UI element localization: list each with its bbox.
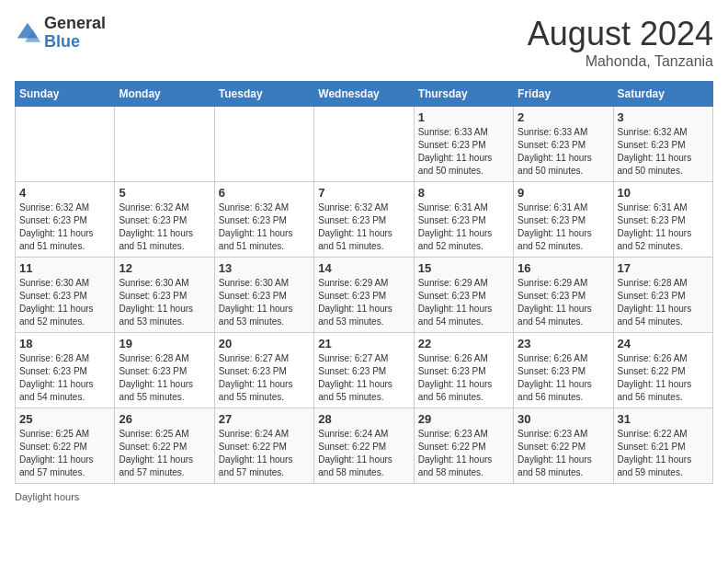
day-number: 15 bbox=[418, 261, 509, 275]
day-number: 10 bbox=[618, 186, 709, 200]
day-info: Sunrise: 6:26 AM Sunset: 6:22 PM Dayligh… bbox=[618, 352, 709, 404]
calendar-day-cell: 8Sunrise: 6:31 AM Sunset: 6:23 PM Daylig… bbox=[414, 182, 513, 258]
calendar-day-cell: 5Sunrise: 6:32 AM Sunset: 6:23 PM Daylig… bbox=[115, 182, 214, 258]
day-info: Sunrise: 6:23 AM Sunset: 6:22 PM Dayligh… bbox=[518, 428, 609, 479]
calendar-dow-thursday: Thursday bbox=[414, 82, 513, 107]
day-number: 30 bbox=[518, 412, 609, 426]
day-info: Sunrise: 6:32 AM Sunset: 6:23 PM Dayligh… bbox=[219, 201, 310, 253]
day-number: 8 bbox=[418, 186, 509, 200]
logo-text: General Blue bbox=[44, 15, 106, 52]
calendar-day-cell: 2Sunrise: 6:33 AM Sunset: 6:23 PM Daylig… bbox=[514, 107, 613, 182]
calendar-day-cell: 20Sunrise: 6:27 AM Sunset: 6:23 PM Dayli… bbox=[214, 333, 313, 408]
day-number: 14 bbox=[318, 261, 409, 275]
calendar-header-row: SundayMondayTuesdayWednesdayThursdayFrid… bbox=[16, 82, 713, 107]
day-number: 3 bbox=[618, 110, 709, 124]
calendar-day-cell bbox=[16, 107, 115, 182]
day-number: 17 bbox=[618, 261, 709, 275]
logo: General Blue bbox=[15, 15, 106, 52]
day-info: Sunrise: 6:23 AM Sunset: 6:22 PM Dayligh… bbox=[418, 428, 509, 479]
day-info: Sunrise: 6:31 AM Sunset: 6:23 PM Dayligh… bbox=[418, 201, 509, 253]
calendar-day-cell: 27Sunrise: 6:24 AM Sunset: 6:22 PM Dayli… bbox=[214, 408, 313, 484]
page-header: General Blue August 2024 Mahonda, Tanzan… bbox=[15, 15, 713, 70]
calendar-table: SundayMondayTuesdayWednesdayThursdayFrid… bbox=[15, 81, 713, 484]
daylight-hours-label: Daylight hours bbox=[15, 491, 79, 502]
calendar-day-cell: 19Sunrise: 6:28 AM Sunset: 6:23 PM Dayli… bbox=[115, 333, 214, 408]
day-info: Sunrise: 6:24 AM Sunset: 6:22 PM Dayligh… bbox=[219, 428, 310, 479]
calendar-week-row: 1Sunrise: 6:33 AM Sunset: 6:23 PM Daylig… bbox=[16, 107, 713, 182]
calendar-day-cell: 11Sunrise: 6:30 AM Sunset: 6:23 PM Dayli… bbox=[16, 258, 115, 333]
calendar-day-cell: 9Sunrise: 6:31 AM Sunset: 6:23 PM Daylig… bbox=[514, 182, 613, 258]
day-number: 22 bbox=[418, 337, 509, 350]
month-year-title: August 2024 bbox=[528, 15, 713, 53]
logo-blue-text: Blue bbox=[44, 33, 106, 52]
day-info: Sunrise: 6:31 AM Sunset: 6:23 PM Dayligh… bbox=[618, 201, 709, 253]
day-info: Sunrise: 6:29 AM Sunset: 6:23 PM Dayligh… bbox=[518, 277, 609, 328]
calendar-day-cell: 12Sunrise: 6:30 AM Sunset: 6:23 PM Dayli… bbox=[115, 258, 214, 333]
day-info: Sunrise: 6:25 AM Sunset: 6:22 PM Dayligh… bbox=[119, 428, 210, 479]
day-info: Sunrise: 6:29 AM Sunset: 6:23 PM Dayligh… bbox=[318, 277, 409, 328]
day-number: 18 bbox=[19, 337, 110, 350]
day-info: Sunrise: 6:29 AM Sunset: 6:23 PM Dayligh… bbox=[418, 277, 509, 328]
day-info: Sunrise: 6:32 AM Sunset: 6:23 PM Dayligh… bbox=[119, 201, 210, 253]
day-info: Sunrise: 6:28 AM Sunset: 6:23 PM Dayligh… bbox=[119, 352, 210, 404]
day-info: Sunrise: 6:33 AM Sunset: 6:23 PM Dayligh… bbox=[518, 126, 609, 178]
calendar-dow-tuesday: Tuesday bbox=[214, 82, 313, 107]
day-info: Sunrise: 6:28 AM Sunset: 6:23 PM Dayligh… bbox=[618, 277, 709, 328]
calendar-dow-saturday: Saturday bbox=[613, 82, 712, 107]
calendar-day-cell: 13Sunrise: 6:30 AM Sunset: 6:23 PM Dayli… bbox=[214, 258, 313, 333]
day-info: Sunrise: 6:31 AM Sunset: 6:23 PM Dayligh… bbox=[518, 201, 609, 253]
calendar-day-cell bbox=[214, 107, 313, 182]
calendar-day-cell: 4Sunrise: 6:32 AM Sunset: 6:23 PM Daylig… bbox=[16, 182, 115, 258]
calendar-dow-friday: Friday bbox=[514, 82, 613, 107]
day-number: 6 bbox=[219, 186, 310, 200]
day-number: 31 bbox=[618, 412, 709, 426]
calendar-day-cell: 29Sunrise: 6:23 AM Sunset: 6:22 PM Dayli… bbox=[414, 408, 513, 484]
day-number: 21 bbox=[318, 337, 409, 350]
day-info: Sunrise: 6:27 AM Sunset: 6:23 PM Dayligh… bbox=[219, 352, 310, 404]
calendar-day-cell: 15Sunrise: 6:29 AM Sunset: 6:23 PM Dayli… bbox=[414, 258, 513, 333]
calendar-dow-wednesday: Wednesday bbox=[314, 82, 414, 107]
day-number: 11 bbox=[19, 261, 110, 275]
calendar-week-row: 4Sunrise: 6:32 AM Sunset: 6:23 PM Daylig… bbox=[16, 182, 713, 258]
day-info: Sunrise: 6:32 AM Sunset: 6:23 PM Dayligh… bbox=[19, 201, 110, 253]
day-number: 19 bbox=[119, 337, 210, 350]
day-info: Sunrise: 6:24 AM Sunset: 6:22 PM Dayligh… bbox=[318, 428, 409, 479]
calendar-week-row: 11Sunrise: 6:30 AM Sunset: 6:23 PM Dayli… bbox=[16, 258, 713, 333]
day-info: Sunrise: 6:30 AM Sunset: 6:23 PM Dayligh… bbox=[119, 277, 210, 328]
calendar-day-cell: 10Sunrise: 6:31 AM Sunset: 6:23 PM Dayli… bbox=[613, 182, 712, 258]
location-subtitle: Mahonda, Tanzania bbox=[528, 53, 713, 70]
day-info: Sunrise: 6:26 AM Sunset: 6:23 PM Dayligh… bbox=[518, 352, 609, 404]
day-number: 24 bbox=[618, 337, 709, 350]
day-info: Sunrise: 6:28 AM Sunset: 6:23 PM Dayligh… bbox=[19, 352, 110, 404]
day-number: 9 bbox=[518, 186, 609, 200]
calendar-day-cell: 25Sunrise: 6:25 AM Sunset: 6:22 PM Dayli… bbox=[16, 408, 115, 484]
logo-icon bbox=[15, 20, 40, 46]
day-number: 28 bbox=[318, 412, 409, 426]
calendar-day-cell: 18Sunrise: 6:28 AM Sunset: 6:23 PM Dayli… bbox=[16, 333, 115, 408]
calendar-day-cell: 21Sunrise: 6:27 AM Sunset: 6:23 PM Dayli… bbox=[314, 333, 414, 408]
footer: Daylight hours bbox=[15, 491, 713, 502]
calendar-day-cell: 1Sunrise: 6:33 AM Sunset: 6:23 PM Daylig… bbox=[414, 107, 513, 182]
day-info: Sunrise: 6:22 AM Sunset: 6:21 PM Dayligh… bbox=[618, 428, 709, 479]
day-number: 26 bbox=[119, 412, 210, 426]
logo-general-text: General bbox=[44, 15, 106, 33]
calendar-day-cell: 30Sunrise: 6:23 AM Sunset: 6:22 PM Dayli… bbox=[514, 408, 613, 484]
calendar-day-cell: 16Sunrise: 6:29 AM Sunset: 6:23 PM Dayli… bbox=[514, 258, 613, 333]
day-info: Sunrise: 6:32 AM Sunset: 6:23 PM Dayligh… bbox=[618, 126, 709, 178]
day-info: Sunrise: 6:30 AM Sunset: 6:23 PM Dayligh… bbox=[19, 277, 110, 328]
day-number: 27 bbox=[219, 412, 310, 426]
calendar-day-cell bbox=[314, 107, 414, 182]
calendar-day-cell: 31Sunrise: 6:22 AM Sunset: 6:21 PM Dayli… bbox=[613, 408, 712, 484]
calendar-day-cell: 24Sunrise: 6:26 AM Sunset: 6:22 PM Dayli… bbox=[613, 333, 712, 408]
day-info: Sunrise: 6:26 AM Sunset: 6:23 PM Dayligh… bbox=[418, 352, 509, 404]
day-info: Sunrise: 6:33 AM Sunset: 6:23 PM Dayligh… bbox=[418, 126, 509, 178]
calendar-day-cell: 23Sunrise: 6:26 AM Sunset: 6:23 PM Dayli… bbox=[514, 333, 613, 408]
day-number: 29 bbox=[418, 412, 509, 426]
calendar-day-cell: 6Sunrise: 6:32 AM Sunset: 6:23 PM Daylig… bbox=[214, 182, 313, 258]
calendar-week-row: 25Sunrise: 6:25 AM Sunset: 6:22 PM Dayli… bbox=[16, 408, 713, 484]
calendar-day-cell: 22Sunrise: 6:26 AM Sunset: 6:23 PM Dayli… bbox=[414, 333, 513, 408]
calendar-day-cell: 26Sunrise: 6:25 AM Sunset: 6:22 PM Dayli… bbox=[115, 408, 214, 484]
day-number: 2 bbox=[518, 110, 609, 124]
day-number: 12 bbox=[119, 261, 210, 275]
calendar-day-cell: 7Sunrise: 6:32 AM Sunset: 6:23 PM Daylig… bbox=[314, 182, 414, 258]
